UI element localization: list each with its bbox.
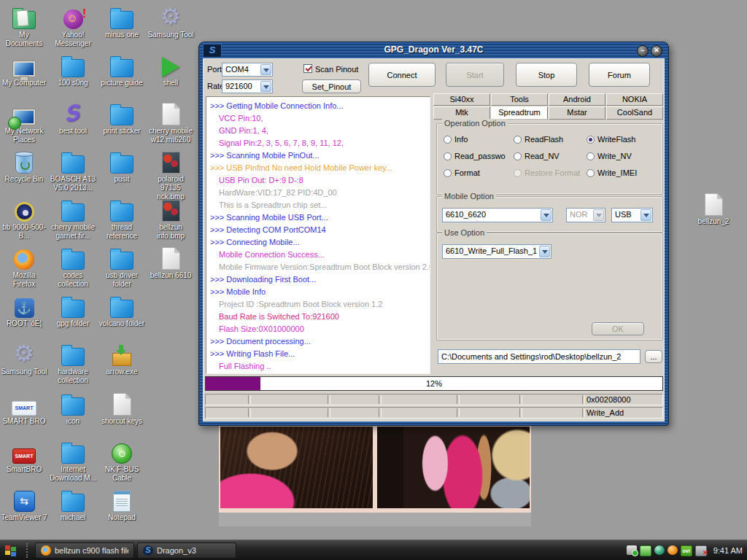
desktop-icon-boasch-a13-v5-0-2013[interactable]: BOASCH A13 V5.0 2013... (50, 149, 96, 192)
chevron-down-icon[interactable] (640, 209, 651, 221)
title-bar[interactable]: S GPG_Dragon Ver_3.47C – ✕ (199, 42, 668, 58)
orange-app-icon[interactable] (667, 545, 678, 555)
desktop-icon-my-computer[interactable]: My Computer (1, 52, 47, 88)
folder-icon (61, 348, 85, 366)
ok-button[interactable]: OK (592, 322, 644, 335)
log-line: This is a Spreadtrun chip set... (210, 199, 430, 211)
desktop-icon-print-sticker[interactable]: print sticker (98, 101, 145, 136)
desktop-icon-100-s0ng[interactable]: 100 s0ng (50, 52, 96, 88)
desktop-icon-shorcut-keys[interactable]: shorcut keys (98, 391, 145, 426)
desktop-icon-volcano-folder[interactable]: volcano folder (98, 293, 145, 328)
tab-coolsand[interactable]: CoolSand (606, 106, 663, 120)
start-button[interactable]: Start (446, 63, 504, 87)
folder-icon (110, 203, 133, 222)
flash-file-path-input[interactable]: C:\Documents and Settings\rod\Desktop\be… (438, 349, 640, 364)
desktop-icon-bellzun-info-bmp[interactable]: bellzun info.bmp (147, 197, 194, 241)
desktop-icon-recycle-bin[interactable]: Recycle Bin (1, 149, 47, 184)
log-output[interactable]: >>> Getting Mobile Connection Info...VCC… (206, 96, 430, 374)
chevron-down-icon[interactable] (541, 209, 551, 221)
gear-icon (14, 341, 34, 366)
desktop-icon-label: NK F-BUS Cable (98, 465, 145, 483)
display-error-icon[interactable] (695, 545, 707, 556)
chevron-down-icon[interactable] (539, 246, 550, 257)
tab-tools[interactable]: Tools (491, 93, 548, 106)
desktop-icon-bb-9000-500-b[interactable]: bb 9000-500-B... (1, 197, 47, 241)
desktop-icon-usb-driver-folder[interactable]: usb driver folder (98, 245, 145, 289)
swirl-icon[interactable] (654, 545, 665, 555)
taskbar-button-dragon-v3[interactable]: SDragon_v3 (137, 542, 236, 559)
chevron-down-icon[interactable] (260, 64, 271, 75)
tab-android[interactable]: Android (549, 93, 605, 106)
radio-readflash[interactable]: ReadFlash (514, 135, 563, 144)
desktop-icon-thread-reference[interactable]: thread reference (98, 197, 145, 241)
tab-mtk[interactable]: Mtk (433, 106, 490, 120)
desktop-icon-codes-collection[interactable]: codes collection (50, 245, 96, 289)
radio-info[interactable]: Info (444, 135, 468, 144)
desktop-icon-bellzun-2[interactable]: bellzun_2 (690, 191, 737, 226)
tab-spreadtrum[interactable]: Spreadtrum (491, 106, 548, 120)
radio-write-nv[interactable]: Write_NV (587, 152, 632, 160)
tab-si40xx[interactable]: Si40xx (433, 93, 490, 106)
use-option-combobox[interactable]: 6610_Write_Full_Flash_1 (442, 244, 551, 259)
folder-icon (61, 446, 85, 464)
tab-nokia[interactable]: NOKIA (606, 93, 663, 106)
desktop-icon-shell[interactable]: shell (147, 52, 194, 88)
port-combobox[interactable]: COM4 (222, 63, 273, 77)
usb-device-icon[interactable] (627, 545, 637, 555)
rate-combobox[interactable]: 921600 (222, 79, 273, 93)
desktop-icon-arrow-exe[interactable]: arrow.exe (98, 341, 145, 376)
desktop-icon-cherry-mobile-garnet-fir[interactable]: cherry mobile garnet fir... (50, 197, 96, 241)
desktop-icon-samsung-tool[interactable]: Samsung Tool (1, 341, 47, 376)
gear-icon (160, 4, 181, 29)
firefox-icon (41, 545, 51, 556)
desktop-icon-notepad[interactable]: Notepad (98, 487, 145, 522)
desktop-icon-my-documents[interactable]: My Documents (1, 4, 47, 48)
browse-button[interactable]: ... (645, 350, 662, 363)
desktop-icon-mozilla-firefox[interactable]: Mozilla Firefox (1, 245, 47, 289)
meter-icon[interactable] (640, 545, 651, 556)
desktop-icon-label: volcano folder (98, 319, 145, 328)
desktop-icon-gpg-folder[interactable]: gpg folder (50, 293, 96, 328)
connect-button[interactable]: Connect (368, 63, 436, 87)
close-button[interactable]: ✕ (651, 45, 662, 57)
scan-pinout-checkbox[interactable] (303, 64, 312, 73)
desktop-icon-samsung-tool[interactable]: Samsung Tool (147, 4, 194, 39)
ovi-icon[interactable]: ovi (681, 545, 692, 556)
start-button[interactable] (5, 545, 17, 556)
desktop-icon-smart-bro[interactable]: SMART BRO (1, 391, 47, 426)
model-combobox[interactable]: 6610_6620 (442, 208, 553, 222)
radio-write-imei[interactable]: Write_IMEI (587, 168, 637, 177)
radio-format[interactable]: Format (444, 168, 480, 177)
desktop-icon-best-tool[interactable]: best tool (50, 101, 96, 136)
desktop-icon-smartbro[interactable]: SmartBRO (1, 439, 47, 474)
tab-mstar[interactable]: Mstar (549, 106, 605, 120)
desktop-icon-root[interactable]: ROOT 'óÉ¦ (1, 293, 47, 328)
folder-icon (61, 203, 85, 222)
radio-read-nv[interactable]: Read_NV (514, 152, 560, 160)
taskbar-button-bellzun-c900-flash-file[interactable]: bellzun c900 flash file ... (35, 542, 134, 559)
radio-read-passwo[interactable]: Read_passwo (444, 152, 506, 160)
minimize-button[interactable]: – (637, 45, 649, 57)
desktop-icon-michael[interactable]: michael (50, 487, 96, 522)
set-pinout-button[interactable]: Set_Pinout (302, 79, 361, 93)
desktop-icon-cherry-mobile-w12-mt6260[interactable]: cherry mobile w12 mt6260 (147, 101, 194, 144)
desktop-icon-hardware-collection[interactable]: hardware collection (50, 341, 96, 385)
taskbar-clock: 9:41 AM (713, 546, 743, 555)
desktop-icon-yahoo-messenger[interactable]: Yahoo! Messenger (50, 4, 96, 48)
desktop-icon-polaroid-97135-nck-bmp[interactable]: polaroid 97135 nck.bmp (147, 149, 194, 201)
log-line: Full Flashing .. (210, 360, 430, 373)
desktop-icon-teamviewer-7[interactable]: TeamViewer 7 (1, 487, 47, 522)
desktop-icon-minus-one[interactable]: minus one (98, 4, 145, 39)
desktop-icon-internet-download-m[interactable]: Internet Download M... (50, 439, 96, 483)
connection-type-combobox[interactable]: USB (611, 208, 653, 222)
forum-button[interactable]: Forum (589, 63, 650, 87)
radio-writeflash[interactable]: WriteFlash (587, 135, 635, 144)
stop-button[interactable]: Stop (516, 63, 577, 87)
desktop-icon-my-network-places[interactable]: My Network Places (1, 101, 47, 144)
desktop-icon-bellzun-6610[interactable]: bellzun 6610 (147, 245, 194, 280)
chevron-down-icon[interactable] (260, 81, 271, 92)
desktop-icon-icon[interactable]: icon (50, 391, 96, 426)
desktop-icon-pusit[interactable]: pusit (98, 149, 145, 184)
desktop-icon-nk-f-bus-cable[interactable]: NK F-BUS Cable (98, 439, 145, 483)
desktop-icon-picture-guide[interactable]: picture guide (98, 52, 145, 88)
